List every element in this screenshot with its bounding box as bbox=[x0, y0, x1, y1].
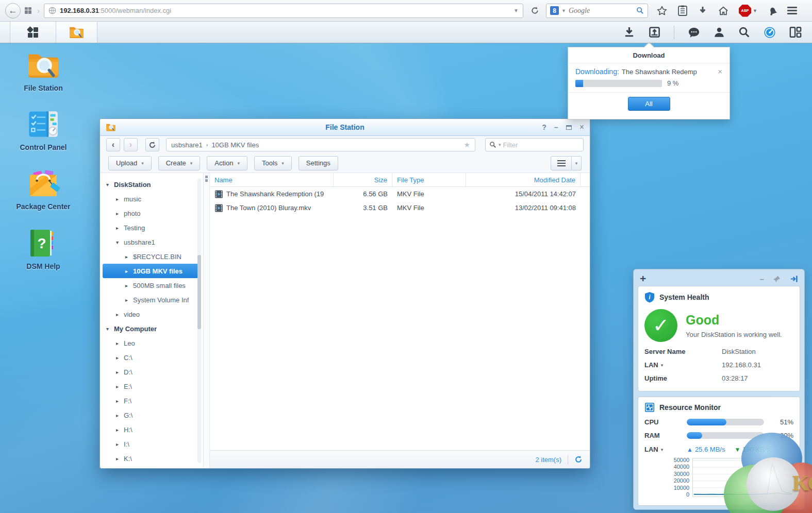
url-bar[interactable]: 192.168.0.31:5000/webman/index.cgi ▼ bbox=[44, 4, 523, 18]
tree-item[interactable]: ▸music bbox=[100, 192, 203, 206]
health-row-label[interactable]: LAN▾ bbox=[644, 361, 722, 369]
close-icon[interactable]: × bbox=[718, 69, 722, 74]
tree-item[interactable]: ▸I:\ bbox=[100, 437, 203, 451]
file-row[interactable]: The Town (2010) Bluray.mkv3.51 GBMKV Fil… bbox=[210, 201, 590, 215]
taskbar-upload-icon[interactable] bbox=[649, 26, 660, 38]
tree-item[interactable]: ▸F:\ bbox=[100, 394, 203, 408]
desktop-icon-file-station[interactable]: File Station bbox=[14, 49, 72, 92]
add-widget-icon[interactable]: + bbox=[640, 273, 646, 284]
tree-item[interactable]: ▸System Volume Inf bbox=[100, 293, 203, 307]
notifications-icon[interactable] bbox=[688, 27, 700, 38]
bookmarks-menu-icon[interactable] bbox=[677, 5, 688, 16]
upload-button[interactable]: Upload▾ bbox=[108, 156, 152, 170]
filter-box[interactable]: ▾ bbox=[485, 138, 584, 151]
breadcrumb[interactable]: usbshare1 › 10GB MKV files ★ bbox=[166, 138, 475, 151]
sidebar-scrollbar[interactable] bbox=[197, 178, 201, 463]
tree-item[interactable]: ▾My Computer bbox=[100, 321, 203, 336]
main-menu-button[interactable] bbox=[10, 22, 56, 43]
chevron-right-icon[interactable]: ▸ bbox=[116, 355, 124, 361]
desktop-icon-dsm-help[interactable]: ? DSM Help bbox=[14, 228, 72, 270]
window-maximize-icon[interactable] bbox=[566, 125, 572, 130]
tree-item[interactable]: ▸$RECYCLE.BIN bbox=[100, 249, 203, 264]
tree-item[interactable]: ▾DiskStation bbox=[100, 177, 203, 192]
chevron-right-icon[interactable]: ▸ bbox=[125, 297, 133, 303]
download-all-button[interactable]: All bbox=[628, 97, 670, 111]
bookmark-star-icon[interactable]: ★ bbox=[463, 141, 470, 149]
bookmark-star-icon[interactable] bbox=[656, 5, 668, 16]
scrollbar-thumb[interactable] bbox=[197, 255, 201, 329]
tree-item[interactable]: ▸H:\ bbox=[100, 422, 203, 437]
pin-icon[interactable] bbox=[773, 275, 781, 283]
taskbar-download-icon[interactable] bbox=[623, 26, 635, 38]
desktop-icon-package-center[interactable]: Package Center bbox=[14, 168, 72, 211]
search-bar[interactable]: 8 ▼ bbox=[546, 4, 648, 18]
widgets-icon[interactable] bbox=[789, 26, 802, 38]
show-desktop-button[interactable] bbox=[0, 22, 10, 43]
tree-item[interactable]: ▸D:\ bbox=[100, 365, 203, 379]
pane-splitter[interactable] bbox=[203, 173, 210, 468]
nav-back-button[interactable]: ‹ bbox=[106, 138, 120, 151]
chevron-right-icon[interactable]: ▸ bbox=[116, 413, 124, 418]
tree-item[interactable]: ▸G:\ bbox=[100, 408, 203, 422]
chevron-down-icon[interactable]: ▾ bbox=[106, 182, 114, 187]
column-header-size[interactable]: Size bbox=[334, 173, 392, 186]
pilot-view-icon[interactable] bbox=[764, 26, 776, 39]
chevron-right-icon[interactable]: ▸ bbox=[116, 211, 124, 216]
user-options-icon[interactable] bbox=[714, 26, 725, 38]
browser-menu-icon[interactable] bbox=[787, 7, 797, 14]
reload-button[interactable] bbox=[527, 4, 542, 18]
chevron-right-icon[interactable]: ▸ bbox=[116, 225, 124, 231]
panel-layout-icon[interactable] bbox=[789, 275, 798, 283]
tools-button[interactable]: Tools▾ bbox=[254, 156, 292, 170]
column-header-type[interactable]: File Type bbox=[392, 173, 466, 186]
downloads-icon[interactable] bbox=[698, 6, 708, 16]
browser-back-button[interactable]: ← bbox=[5, 3, 21, 19]
chevron-right-icon[interactable]: ▸ bbox=[125, 268, 133, 274]
column-header-name[interactable]: Name bbox=[210, 173, 334, 186]
view-mode-button[interactable] bbox=[551, 156, 572, 170]
chevron-right-icon[interactable]: ▸ bbox=[125, 283, 133, 288]
chevron-right-icon[interactable]: ▸ bbox=[116, 340, 124, 346]
widget-minimize-icon[interactable]: – bbox=[760, 275, 764, 283]
tree-item[interactable]: ▸video bbox=[100, 307, 203, 321]
chevron-right-icon[interactable]: ▸ bbox=[116, 384, 124, 389]
taskbar-file-station-button[interactable] bbox=[56, 22, 97, 43]
window-titlebar[interactable]: File Station ? – × bbox=[100, 119, 590, 136]
window-close-icon[interactable]: × bbox=[579, 123, 584, 132]
chevron-right-icon[interactable]: ▸ bbox=[116, 398, 124, 404]
chevron-right-icon[interactable]: ▸ bbox=[116, 427, 124, 433]
desktop-icon-control-panel[interactable]: Control Panel bbox=[14, 109, 72, 151]
chevron-down-icon[interactable]: ▾ bbox=[116, 240, 124, 245]
tree-item[interactable]: ▸photo bbox=[100, 206, 203, 220]
filter-input[interactable] bbox=[503, 141, 579, 149]
search-input[interactable] bbox=[569, 7, 634, 15]
tree-item[interactable]: ▸Testing bbox=[100, 220, 203, 235]
tree-item[interactable]: ▸E:\ bbox=[100, 379, 203, 394]
window-help-icon[interactable]: ? bbox=[542, 123, 546, 131]
chevron-right-icon[interactable]: ▸ bbox=[116, 312, 124, 317]
taskbar-search-icon[interactable] bbox=[738, 26, 750, 38]
url-dropdown-icon[interactable]: ▼ bbox=[513, 8, 519, 13]
chevron-right-icon[interactable]: ▸ bbox=[116, 369, 124, 375]
extension-bell-icon[interactable] bbox=[767, 5, 777, 16]
window-minimize-icon[interactable]: – bbox=[554, 123, 558, 131]
file-row[interactable]: The Shawshank Redemption (196.56 GBMKV F… bbox=[210, 187, 590, 201]
settings-button[interactable]: Settings bbox=[299, 156, 338, 170]
adblock-button[interactable]: ABP ▼ bbox=[739, 5, 757, 17]
tree-item[interactable]: ▸Leo bbox=[100, 336, 203, 350]
chevron-right-icon[interactable]: ▸ bbox=[116, 196, 124, 202]
column-header-modified[interactable]: Modified Date bbox=[466, 173, 581, 186]
search-icon[interactable] bbox=[636, 7, 644, 14]
home-icon[interactable] bbox=[718, 6, 729, 16]
breadcrumb-root[interactable]: usbshare1 bbox=[171, 141, 203, 149]
lan-label[interactable]: LAN▾ bbox=[644, 446, 675, 453]
tree-item[interactable]: ▾usbshare1 bbox=[100, 235, 203, 249]
tree-item[interactable]: ▸10GB MKV files bbox=[103, 264, 198, 278]
action-button[interactable]: Action▾ bbox=[207, 156, 247, 170]
filter-caret-icon[interactable]: ▾ bbox=[499, 142, 501, 147]
refresh-icon[interactable] bbox=[574, 455, 583, 464]
chevron-right-icon[interactable]: ▸ bbox=[125, 254, 133, 260]
tree-item[interactable]: ▸500MB small files bbox=[100, 278, 203, 293]
chevron-right-icon[interactable]: ▸ bbox=[116, 456, 124, 461]
search-engine-dropdown-icon[interactable]: ▼ bbox=[561, 8, 566, 13]
